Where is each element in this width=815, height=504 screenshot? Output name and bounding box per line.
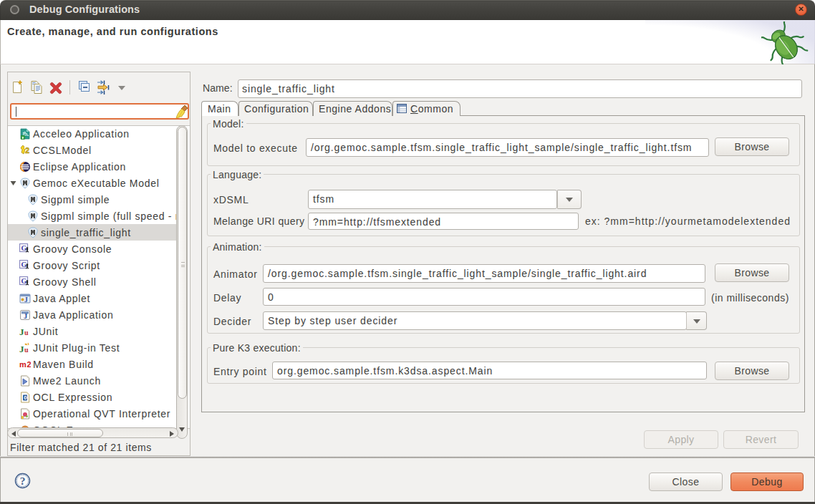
svg-text:J: J [24, 296, 28, 304]
svg-text:u: u [24, 329, 29, 336]
svg-text:2: 2 [25, 146, 30, 155]
svg-text:0: 0 [24, 394, 27, 401]
svg-text:u: u [24, 346, 29, 354]
svg-text:J: J [24, 312, 28, 320]
svg-text:?: ? [20, 475, 26, 487]
svg-text:m2: m2 [19, 360, 31, 369]
